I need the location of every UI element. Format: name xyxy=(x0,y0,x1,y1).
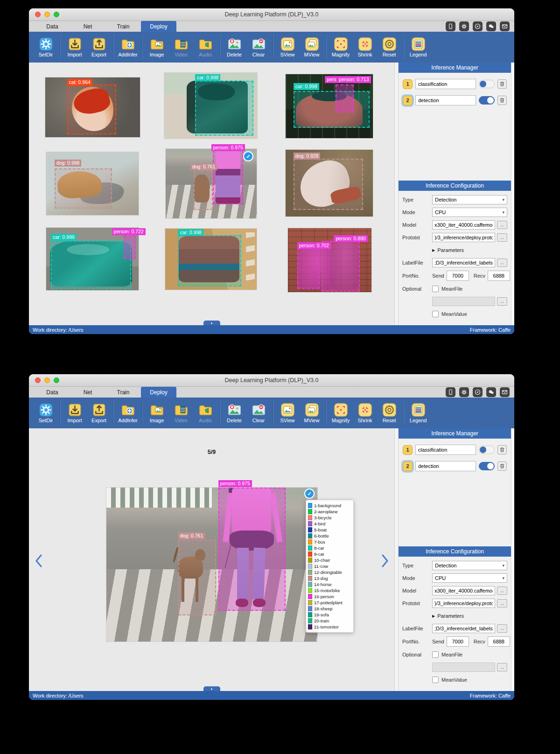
tab-deploy[interactable]: Deploy xyxy=(141,387,176,398)
panel-scrollbar[interactable] xyxy=(511,428,514,691)
grid-image-6[interactable]: dog: 0.928 xyxy=(286,150,373,216)
splitter[interactable] xyxy=(394,428,399,691)
inference-enable-toggle[interactable] xyxy=(479,446,495,454)
send-port-input[interactable] xyxy=(447,636,469,647)
expand-panel-tab[interactable]: ▲ xyxy=(203,686,220,691)
settings-icon[interactable] xyxy=(459,387,469,397)
inference-name-input[interactable] xyxy=(415,95,476,105)
optional-checkbox[interactable] xyxy=(432,651,439,658)
toolbar-mview-button[interactable]: MView xyxy=(300,403,324,423)
tab-data[interactable]: Data xyxy=(35,21,70,32)
delete-inference-button[interactable] xyxy=(497,79,507,89)
prototxt-input[interactable] xyxy=(432,599,495,608)
toolbar-setdir-button[interactable]: SetDir xyxy=(34,403,58,423)
toolbar-sview-button[interactable]: SView xyxy=(275,37,300,57)
toolbar-export-button[interactable]: Export xyxy=(87,37,111,57)
toolbar-sview-button[interactable]: SView xyxy=(275,403,300,423)
mode-select[interactable]: CPU▾ xyxy=(432,208,507,217)
toolbar-image-button[interactable]: Image xyxy=(145,403,169,423)
grid-image-9[interactable]: person: 0.890person: 0.702 xyxy=(288,228,371,292)
toolbar-reset-button[interactable]: Reset xyxy=(377,37,401,57)
toolbar-mview-button[interactable]: MView xyxy=(300,37,324,57)
expand-panel-tab[interactable]: ▲ xyxy=(203,321,220,325)
parameters-disclosure[interactable]: ▶Parameters xyxy=(432,613,464,619)
toolbar-magnify-button[interactable]: Magnify xyxy=(329,403,353,423)
inference-name-input[interactable] xyxy=(415,461,476,471)
grid-image-1[interactable]: cat: 0.964 xyxy=(45,77,140,137)
grid-image-8[interactable]: car: 0.998 xyxy=(165,229,257,290)
inference-name-input[interactable] xyxy=(415,79,476,89)
toolbar-clear-button[interactable]: Clear xyxy=(246,403,271,423)
tab-net[interactable]: Net xyxy=(70,387,105,398)
toolbar-clear-button[interactable]: Clear xyxy=(246,37,271,57)
toolbar-shrink-button[interactable]: Shrink xyxy=(353,403,377,423)
toolbar-import-button[interactable]: Import xyxy=(63,37,87,57)
compass-icon[interactable] xyxy=(473,21,483,31)
tab-data[interactable]: Data xyxy=(35,387,70,398)
type-select[interactable]: Detection▾ xyxy=(432,561,507,570)
labelfile-browse-button[interactable]: ... xyxy=(497,624,507,633)
model-input[interactable] xyxy=(432,220,495,230)
toolbar-delete-button[interactable]: Delete xyxy=(222,403,246,423)
smartphone-icon[interactable] xyxy=(446,387,455,397)
grid-image-3[interactable]: car: 0.998persperson: 0.713 xyxy=(286,74,373,138)
model-browse-button[interactable]: ... xyxy=(497,586,507,595)
toolbar-magnify-button[interactable]: Magnify xyxy=(329,37,353,57)
inference-enable-toggle[interactable] xyxy=(479,80,495,88)
delete-inference-button[interactable] xyxy=(497,96,507,105)
close-button[interactable] xyxy=(35,12,41,17)
toolbar-import-button[interactable]: Import xyxy=(63,403,87,423)
mail-icon[interactable] xyxy=(500,21,510,31)
recv-port-input[interactable] xyxy=(488,271,510,281)
model-browse-button[interactable]: ... xyxy=(497,221,507,229)
grid-image-5[interactable]: person: 0.975dog: 0.761✓ xyxy=(166,149,257,218)
grid-image-2[interactable]: car: 0.998 xyxy=(164,73,257,139)
prototxt-browse-button[interactable]: ... xyxy=(497,233,507,242)
previous-image-button[interactable] xyxy=(34,553,44,568)
splitter[interactable] xyxy=(394,63,399,325)
zoom-button[interactable] xyxy=(54,12,59,17)
minimize-button[interactable] xyxy=(44,377,50,383)
mode-select[interactable]: CPU▾ xyxy=(432,573,507,583)
tab-train[interactable]: Train xyxy=(105,21,141,32)
recv-port-input[interactable] xyxy=(488,636,510,647)
grid-image-4[interactable]: dog: 0.998 xyxy=(46,152,139,215)
close-button[interactable] xyxy=(35,377,41,383)
prototxt-browse-button[interactable]: ... xyxy=(497,599,507,607)
type-select[interactable]: Detection▾ xyxy=(432,195,507,204)
smartphone-icon[interactable] xyxy=(446,21,455,31)
send-port-input[interactable] xyxy=(447,271,469,281)
mail-icon[interactable] xyxy=(500,387,510,397)
optional-checkbox[interactable] xyxy=(432,286,439,292)
labelfile-input[interactable] xyxy=(432,258,495,267)
tab-train[interactable]: Train xyxy=(105,387,141,398)
parameters-disclosure[interactable]: ▶Parameters xyxy=(432,247,464,253)
toolbar-setdir-button[interactable]: SetDir xyxy=(34,37,58,57)
settings-icon[interactable] xyxy=(459,21,469,31)
toolbar-reset-button[interactable]: Reset xyxy=(377,403,401,423)
prototxt-input[interactable] xyxy=(432,233,495,242)
wechat-icon[interactable] xyxy=(486,387,496,397)
optional-mean-browse-button[interactable]: ... xyxy=(497,663,507,671)
model-input[interactable] xyxy=(432,586,495,595)
delete-inference-button[interactable] xyxy=(497,461,507,471)
labelfile-input[interactable] xyxy=(432,624,495,633)
toolbar-image-button[interactable]: Image xyxy=(145,37,169,57)
toolbar-shrink-button[interactable]: Shrink xyxy=(353,37,377,57)
panel-scrollbar[interactable] xyxy=(511,63,514,325)
inference-name-input[interactable] xyxy=(415,445,476,455)
optional-mean-browse-button[interactable]: ... xyxy=(497,297,507,306)
minimize-button[interactable] xyxy=(44,12,50,17)
toolbar-delete-button[interactable]: Delete xyxy=(222,37,246,57)
zoom-button[interactable] xyxy=(54,377,59,383)
labelfile-browse-button[interactable]: ... xyxy=(497,258,507,267)
inference-enable-toggle[interactable] xyxy=(479,462,495,470)
tab-deploy[interactable]: Deploy xyxy=(141,21,176,32)
delete-inference-button[interactable] xyxy=(497,445,507,454)
toolbar-addinfer-button[interactable]: AddInfer xyxy=(116,403,140,423)
grid-image-7[interactable]: car: 0.999person: 0.722 xyxy=(46,228,139,290)
meanvalue-checkbox[interactable] xyxy=(432,311,439,317)
toolbar-legend-button[interactable]: Legend xyxy=(406,37,430,57)
single-image[interactable]: person: 0.975dog: 0.761✓ xyxy=(106,488,317,642)
toolbar-legend-button[interactable]: Legend xyxy=(406,403,430,423)
